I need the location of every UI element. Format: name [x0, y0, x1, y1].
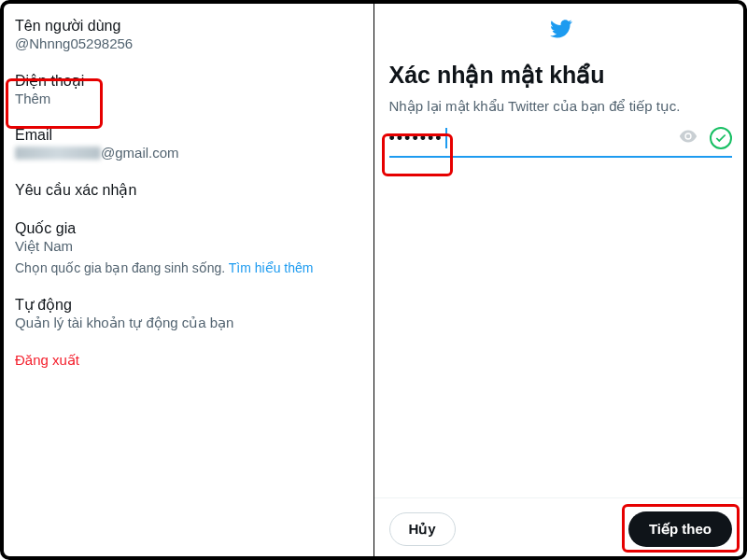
signout-label: Đăng xuất	[15, 352, 359, 369]
phone-label: Điện thoại	[15, 72, 359, 90]
text-cursor	[445, 128, 447, 148]
page-title: Xác nhận mật khẩu	[389, 62, 733, 89]
username-value: @Nhnng05298256	[15, 35, 359, 51]
automation-hint: Quản lý tài khoản tự động của bạn	[15, 315, 359, 331]
cancel-button[interactable]: Hủy	[389, 512, 456, 546]
phone-row[interactable]: Điện thoại Thêm	[15, 72, 359, 106]
email-value: @gmail.com	[15, 145, 359, 161]
password-field-row: •••••••	[389, 126, 733, 158]
email-row[interactable]: Email @gmail.com	[15, 127, 359, 161]
country-value: Việt Nam	[15, 238, 359, 255]
automation-label: Tự động	[15, 296, 359, 314]
page-subtitle: Nhập lại mật khẩu Twitter của bạn để tiế…	[389, 98, 733, 115]
verify-label: Yêu cầu xác nhận	[15, 181, 359, 199]
eye-icon[interactable]	[678, 126, 698, 150]
confirm-password-pane: Xác nhận mật khẩu Nhập lại mật khẩu Twit…	[374, 0, 748, 560]
redacted-text	[15, 147, 101, 160]
twitter-logo-icon	[389, 17, 733, 45]
country-label: Quốc gia	[15, 219, 359, 237]
country-row[interactable]: Quốc gia Việt Nam Chọn quốc gia bạn đang…	[15, 219, 359, 275]
password-mask: •••••••	[389, 129, 444, 148]
signout-row[interactable]: Đăng xuất	[15, 352, 359, 369]
phone-value: Thêm	[15, 91, 359, 106]
next-button[interactable]: Tiếp theo	[628, 511, 732, 547]
check-circle-icon	[710, 127, 732, 149]
automation-row[interactable]: Tự động Quản lý tài khoản tự động của bạ…	[15, 296, 359, 331]
email-label: Email	[15, 127, 359, 144]
country-hint: Chọn quốc gia bạn đang sinh sống. Tìm hi…	[15, 260, 359, 275]
dialog-footer: Hủy Tiếp theo	[374, 497, 748, 560]
username-row[interactable]: Tên người dùng @Nhnng05298256	[15, 17, 359, 51]
learn-more-link[interactable]: Tìm hiểu thêm	[229, 260, 314, 275]
password-input[interactable]: •••••••	[389, 128, 668, 148]
username-label: Tên người dùng	[15, 17, 359, 35]
account-settings-pane: Tên người dùng @Nhnng05298256 Điện thoại…	[0, 0, 374, 560]
verify-row[interactable]: Yêu cầu xác nhận	[15, 181, 359, 199]
